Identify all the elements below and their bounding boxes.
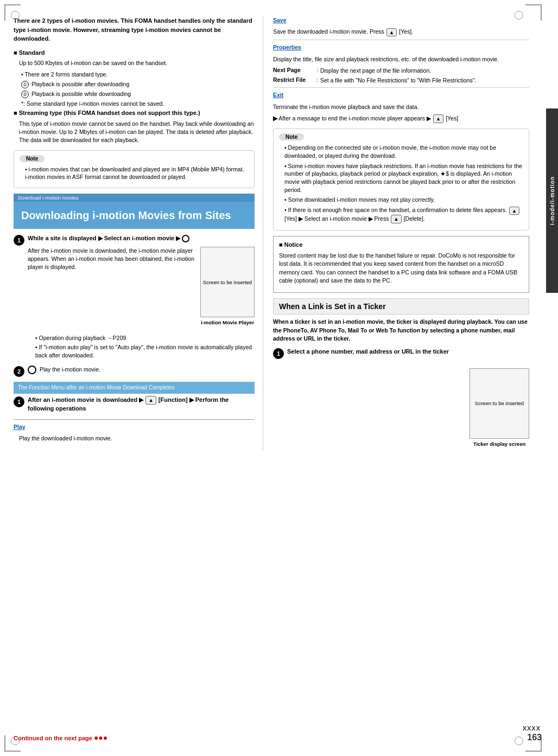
screen-placeholder-text-left: Screen to be inserted — [203, 279, 252, 285]
screen-placeholder-left: Screen to be inserted — [200, 247, 255, 317]
play-link[interactable]: Play — [14, 424, 26, 430]
note-right-2: Some i-motion movies have playback restr… — [284, 162, 523, 194]
side-tab: i-mode/i-motion — [546, 108, 558, 293]
continued-label: Continued on the next page — [14, 735, 92, 741]
note-item-left-1: i-motion movies that can be downloaded a… — [25, 165, 249, 181]
step-1-body1: After the i-motion movie is downloaded, … — [28, 247, 195, 271]
bottom-bar: Continued on the next page ●●● 163 — [14, 733, 542, 742]
save-link[interactable]: Save — [273, 17, 287, 23]
step-2-number: 2 — [14, 366, 24, 377]
intro-text: There are 2 types of i-motion movies. Th… — [14, 16, 255, 43]
note-key2[interactable]: ▲ — [391, 215, 401, 223]
note-right-4: If there is not enough free space on the… — [284, 206, 523, 223]
step-2-circle[interactable] — [28, 366, 36, 374]
function-key[interactable]: ▲ — [145, 396, 156, 404]
step-func-title: After an i-motion movie is downloaded ▶ … — [28, 396, 255, 413]
hr-exit — [273, 87, 529, 88]
next-page-colon: : — [316, 67, 318, 75]
step-1-content: While a site is displayed ▶ Select an i-… — [28, 234, 255, 361]
note-key1[interactable]: ▲ — [509, 207, 519, 215]
exit-link[interactable]: Exit — [273, 92, 283, 98]
when-link-desc: When a ticker is set in an i-motion movi… — [273, 318, 529, 343]
side-tab-label: i-mode/i-motion — [549, 176, 555, 225]
note-right-1: Depending on the connected site or i-mot… — [284, 144, 523, 159]
streaming-header: Streaming type (this FOMA handset does n… — [14, 109, 255, 117]
restrict-colon: : — [316, 76, 318, 85]
properties-link[interactable]: Properties — [273, 44, 301, 50]
right-step-1-title: Select a phone number, mail address or U… — [287, 348, 449, 356]
step-2-row: 2 Play the i-motion movie. — [14, 366, 255, 377]
step-1-bullet-2: If "i-motion auto play" is set to "Auto … — [35, 343, 255, 359]
properties-text: Display the title, file size and playbac… — [273, 55, 529, 63]
download-bar: Download i-motion movies — [14, 194, 255, 202]
right-step-1-num: 1 — [273, 348, 284, 359]
properties-label: Properties — [273, 43, 529, 52]
function-menu-bar: The Function Menu after an i-motion Movi… — [14, 382, 255, 394]
step-2-body: Play the i-motion movie. — [28, 366, 255, 374]
save-key[interactable]: ▲ — [386, 28, 397, 37]
corner-circle-tl — [11, 11, 20, 20]
exit-key[interactable]: ▲ — [433, 114, 443, 123]
exit-label: Exit — [273, 91, 529, 99]
next-page-key: Next Page — [273, 67, 316, 75]
restrict-key: Restrict File — [273, 76, 316, 85]
next-page-val: Display the next page of the file inform… — [320, 67, 529, 75]
screen-placeholder-right: Screen to be inserted — [470, 368, 529, 439]
circle-1: ① — [21, 81, 29, 88]
circle-2: ② — [21, 91, 29, 98]
note-label-left: Note — [20, 155, 45, 162]
step-1-bullet-1: Operation during playback →P209 — [35, 334, 255, 342]
hr-properties — [273, 40, 529, 40]
right-column: Save Save the downloaded i-motion movie.… — [263, 16, 529, 451]
notice-text: Stored content may be lost due to the ha… — [279, 252, 523, 285]
standard-circled-1: ① Playback is possible after downloading — [21, 80, 255, 88]
step-func-content: After an i-motion movie is downloaded ▶ … — [28, 396, 255, 415]
next-page-row: Next Page : Display the next page of the… — [273, 67, 529, 75]
corner-decoration-tr — [525, 4, 542, 21]
save-label-right: Save — [273, 16, 529, 24]
corner-circle-tr — [515, 11, 523, 20]
continued-text: Continued on the next page ●●● — [14, 733, 107, 742]
step-1-description: After the i-motion movie is downloaded, … — [28, 247, 195, 274]
page-number: 163 — [527, 733, 542, 742]
separator-play — [14, 419, 255, 420]
restrict-val: Set a file with "No File Restrictions" t… — [320, 76, 529, 85]
big-section-title: Downloading i-motion Movies from Sites — [14, 202, 255, 229]
exit-arrow: ▶ After a message to end the i-motion mo… — [273, 114, 529, 123]
arrow-symbol: ▶ — [273, 115, 277, 121]
restrict-row: Restrict File : Set a file with "No File… — [273, 76, 529, 85]
main-content: There are 2 types of i-motion movies. Th… — [14, 16, 546, 451]
standard-asterisk: *: Some standard type i-motion movies ca… — [21, 100, 255, 108]
screen-placeholder-text-right: Screen to be inserted — [475, 400, 524, 406]
right-step-1-content: Select a phone number, mail address or U… — [287, 348, 449, 359]
step-1-screen-container: After the i-motion movie is downloaded, … — [28, 247, 255, 329]
screen-right-block: Screen to be inserted Ticker display scr… — [470, 364, 529, 451]
step-1-row: 1 While a site is displayed ▶ Select an … — [14, 234, 255, 361]
screen-caption-right: Ticker display screen — [470, 440, 529, 447]
step-1-title: While a site is displayed ▶ Select an i-… — [28, 234, 255, 242]
play-text: Play the downloaded i-motion movie. — [19, 434, 255, 443]
standard-text: Up to 500 Kbytes of i-motion can be save… — [19, 59, 255, 67]
step-2-content: Play the i-motion movie. — [28, 366, 255, 377]
step-1-number: 1 — [14, 235, 24, 246]
step-func-row: 1 After an i-motion movie is downloaded … — [14, 396, 255, 415]
right-step-1-row: 1 Select a phone number, mail address or… — [273, 348, 529, 359]
play-label: Play — [14, 423, 255, 431]
when-link-bar: When a Link is Set in a Ticker — [273, 298, 529, 315]
xxxx-label: XXXX — [523, 725, 541, 732]
corner-decoration-tl — [4, 4, 21, 21]
exit-text: Terminate the i-motion movie playback an… — [273, 103, 529, 111]
save-text-right: Save the downloaded i-motion movie. Pres… — [273, 28, 529, 36]
note-box-left: Note i-motion movies that can be downloa… — [14, 150, 255, 188]
standard-header: Standard — [14, 49, 255, 57]
note-label-right: Note — [279, 133, 304, 140]
note-box-right: Note Depending on the connected site or … — [273, 129, 529, 230]
left-column: There are 2 types of i-motion movies. Th… — [14, 16, 263, 451]
screen-right-container: Screen to be inserted Ticker display scr… — [273, 364, 529, 451]
standard-circled-2: ② Playback is possible while downloading — [21, 90, 255, 98]
notice-label: Notice — [279, 241, 523, 249]
standard-bullet-1: There are 2 forms standard type. — [21, 71, 255, 79]
continued-dots: ●●● — [94, 733, 107, 742]
step-func-number: 1 — [14, 396, 24, 407]
notice-box: Notice Stored content may be lost due to… — [273, 236, 529, 293]
